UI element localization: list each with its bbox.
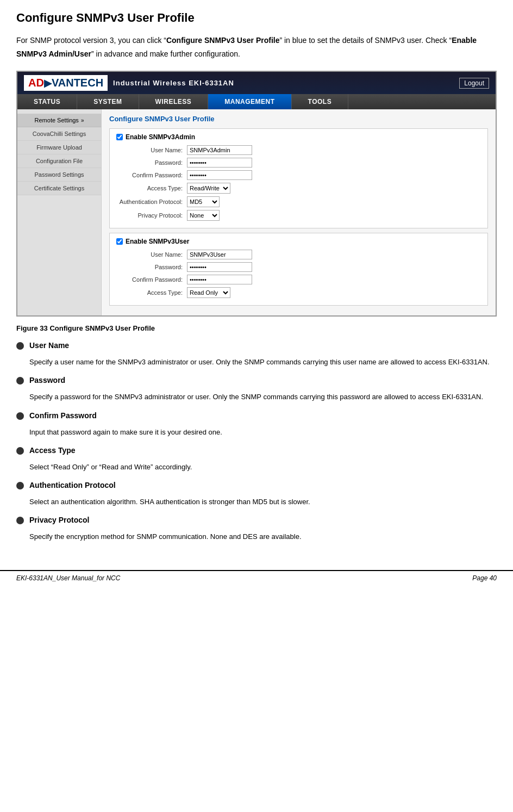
bullet-heading-confirm: Confirm Password bbox=[29, 411, 97, 420]
bullet-body-confirm: Input that password again to make sure i… bbox=[29, 426, 497, 438]
footer-left: EKI-6331AN_User Manual_for NCC bbox=[16, 574, 120, 582]
admin-password-input[interactable] bbox=[187, 158, 252, 168]
page-content: Configure SNMPv3 User Profile For SNMP p… bbox=[0, 0, 513, 565]
admin-username-row: User Name: bbox=[116, 145, 481, 155]
sidebar-item-certificate[interactable]: Certificate Settings bbox=[17, 182, 101, 195]
bullet-heading-user-name: User Name bbox=[29, 341, 69, 350]
footer-right: Page 40 bbox=[472, 574, 497, 582]
bullet-icon-auth bbox=[16, 482, 24, 489]
intro-link: Configure SNMPv3 User Profile bbox=[166, 36, 280, 45]
enable-user-row: Enable SNMPv3User bbox=[116, 238, 481, 245]
sidebar-item-firmware[interactable]: Firmware Upload bbox=[17, 141, 101, 154]
admin-form-section: Enable SNMPv3Admin User Name: Password: … bbox=[109, 128, 488, 228]
sidebar-item-config[interactable]: Configuration File bbox=[17, 154, 101, 168]
admin-password-row: Password: bbox=[116, 158, 481, 168]
admin-username-input[interactable] bbox=[187, 145, 252, 155]
bullet-password: Password Specify a password for the SNMP… bbox=[16, 376, 497, 403]
bullet-heading-access: Access Type bbox=[29, 446, 76, 455]
sidebar: Remote Settings » CoovaChilli Settings F… bbox=[17, 109, 102, 315]
bullet-confirm-password: Confirm Password Input that password aga… bbox=[16, 411, 497, 438]
device-body: Remote Settings » CoovaChilli Settings F… bbox=[17, 109, 496, 315]
enable-admin-checkbox[interactable] bbox=[116, 134, 123, 140]
enable-user-label: Enable SNMPv3User bbox=[126, 238, 189, 245]
bullet-auth-row: Authentication Protocol bbox=[16, 481, 497, 494]
user-access-row: Access Type: Read Only Read/Write bbox=[116, 287, 481, 298]
enable-user-checkbox[interactable] bbox=[116, 238, 123, 245]
intro-paragraph: For SNMP protocol version 3, you can cli… bbox=[16, 34, 497, 61]
bullet-icon-access bbox=[16, 447, 24, 455]
user-confirm-label: Confirm Password: bbox=[116, 276, 187, 283]
bullet-icon-password bbox=[16, 377, 24, 385]
logo-product: Industrial Wireless EKI-6331AN bbox=[113, 79, 234, 87]
bullet-body-privacy: Specify the encryption method for SNMP c… bbox=[29, 531, 497, 543]
bullet-heading-auth: Authentication Protocol bbox=[29, 481, 116, 489]
user-password-label: Password: bbox=[116, 264, 187, 270]
bullet-password-row: Password bbox=[16, 376, 497, 389]
admin-username-label: User Name: bbox=[116, 147, 187, 153]
user-access-select[interactable]: Read Only Read/Write bbox=[187, 287, 230, 298]
admin-access-select[interactable]: Read/Write Read Only bbox=[187, 183, 230, 194]
user-form-section: Enable SNMPv3User User Name: Password: C… bbox=[109, 233, 488, 306]
bullet-body-user-name: Specify a user name for the SNMPv3 admin… bbox=[29, 356, 497, 368]
device-logo: AD ▶ VANTECH Industrial Wireless EKI-633… bbox=[24, 75, 234, 91]
bullet-privacy-row: Privacy Protocol bbox=[16, 516, 497, 529]
bullet-body-auth: Select an authentication algorithm. SHA … bbox=[29, 496, 497, 508]
admin-access-label: Access Type: bbox=[116, 185, 187, 191]
admin-access-row: Access Type: Read/Write Read Only bbox=[116, 183, 481, 194]
device-header: AD ▶ VANTECH Industrial Wireless EKI-633… bbox=[17, 72, 496, 94]
sidebar-item-password[interactable]: Password Settings bbox=[17, 168, 101, 182]
enable-admin-row: Enable SNMPv3Admin bbox=[116, 133, 481, 141]
main-panel: Configure SNMPv3 User Profile Enable SNM… bbox=[102, 109, 496, 315]
admin-password-label: Password: bbox=[116, 159, 187, 166]
admin-auth-row: Authentication Protocol: MD5 SHA bbox=[116, 196, 481, 207]
user-password-row: Password: bbox=[116, 262, 481, 272]
sidebar-remote-label: Remote Settings bbox=[35, 117, 79, 123]
bullet-privacy-protocol: Privacy Protocol Specify the encryption … bbox=[16, 516, 497, 543]
user-password-input[interactable] bbox=[187, 262, 252, 272]
user-username-input[interactable] bbox=[187, 250, 252, 259]
bullet-icon-confirm bbox=[16, 412, 24, 420]
bullet-heading-password: Password bbox=[29, 376, 65, 385]
admin-confirm-input[interactable] bbox=[187, 170, 252, 180]
bullet-access-type: Access Type Select “Read Only” or “Read … bbox=[16, 446, 497, 473]
logo-triangle: ▶ bbox=[44, 77, 52, 89]
panel-title: Configure SNMPv3 User Profile bbox=[109, 115, 488, 123]
bullet-confirm-row: Confirm Password bbox=[16, 411, 497, 424]
bullet-sections: User Name Specify a user name for the SN… bbox=[16, 341, 497, 543]
page-title: Configure SNMPv3 User Profile bbox=[16, 11, 497, 25]
bullet-body-password: Specify a password for the SNMPv3 admini… bbox=[29, 391, 497, 403]
sidebar-remote-settings[interactable]: Remote Settings » bbox=[17, 114, 101, 127]
nav-system[interactable]: System bbox=[77, 94, 139, 109]
bullet-access-row: Access Type bbox=[16, 446, 497, 459]
bullet-user-name: User Name Specify a user name for the SN… bbox=[16, 341, 497, 368]
admin-confirm-label: Confirm Password: bbox=[116, 172, 187, 178]
bullet-user-name-row: User Name bbox=[16, 341, 497, 354]
nav-wireless[interactable]: Wireless bbox=[139, 94, 209, 109]
figure-caption: Figure 33 Configure SNMPv3 User Profile bbox=[16, 324, 497, 332]
user-access-label: Access Type: bbox=[116, 289, 187, 296]
enable-admin-label: Enable SNMPv3Admin bbox=[126, 133, 195, 141]
logo-vantech: VANTECH bbox=[52, 77, 103, 89]
admin-auth-select[interactable]: MD5 SHA bbox=[187, 196, 220, 207]
user-username-label: User Name: bbox=[116, 251, 187, 258]
user-username-row: User Name: bbox=[116, 250, 481, 259]
sidebar-item-coova[interactable]: CoovaChilli Settings bbox=[17, 127, 101, 141]
nav-tools[interactable]: Tools bbox=[292, 94, 349, 109]
admin-auth-label: Authentication Protocol: bbox=[116, 199, 187, 205]
logo-ad: AD bbox=[28, 77, 44, 89]
bullet-body-access: Select “Read Only” or “Read and Write” a… bbox=[29, 461, 497, 473]
sidebar-chevron-icon: » bbox=[81, 117, 84, 123]
nav-status[interactable]: Status bbox=[17, 94, 77, 109]
device-ui-screenshot: AD ▶ VANTECH Industrial Wireless EKI-633… bbox=[16, 71, 497, 317]
admin-privacy-label: Privacy Protocol: bbox=[116, 212, 187, 219]
logout-button[interactable]: Logout bbox=[459, 78, 489, 89]
admin-privacy-select[interactable]: None DES bbox=[187, 210, 220, 221]
bullet-icon-user-name bbox=[16, 342, 24, 350]
user-confirm-input[interactable] bbox=[187, 275, 252, 284]
bullet-icon-privacy bbox=[16, 517, 24, 524]
nav-management[interactable]: Management bbox=[208, 94, 291, 109]
admin-privacy-row: Privacy Protocol: None DES bbox=[116, 210, 481, 221]
bullet-heading-privacy: Privacy Protocol bbox=[29, 516, 90, 524]
bullet-auth-protocol: Authentication Protocol Select an authen… bbox=[16, 481, 497, 508]
nav-bar: Status System Wireless Management Tools bbox=[17, 94, 496, 109]
